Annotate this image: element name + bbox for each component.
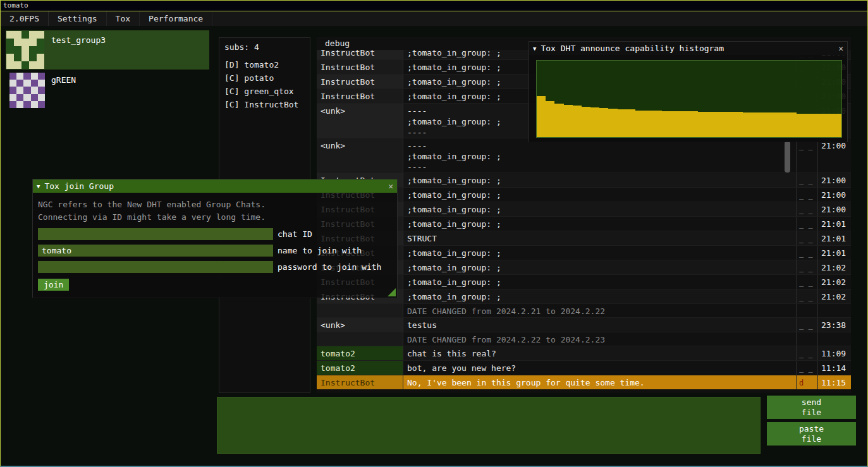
chat-timestamp: 11:15	[817, 375, 851, 389]
chat-timestamp: 21:02	[817, 289, 851, 303]
chat-timestamp: 21:01	[817, 217, 851, 231]
chat-timestamp	[817, 304, 851, 317]
chat-flags: _ _	[796, 138, 817, 173]
chat-row[interactable]: tomato2bot, are you new here?_ _11:14	[317, 360, 851, 375]
menu-tox[interactable]: Tox	[107, 11, 140, 26]
histogram-bar	[618, 109, 627, 137]
chat-sender: InstructBot	[317, 89, 403, 103]
histogram-bar	[797, 114, 805, 138]
histogram-bar	[734, 112, 743, 137]
histogram-bar	[644, 111, 653, 137]
histogram-bar	[662, 111, 671, 137]
window-title: tomato	[3, 1, 28, 9]
fps-counter: 2.0FPS	[1, 11, 49, 26]
chat-timestamp: 23:38	[817, 318, 851, 332]
histogram-bar	[805, 114, 814, 138]
dht-histogram-title: Tox DHT announce capability histogram	[541, 44, 834, 53]
chat-flags: _ _	[796, 231, 817, 245]
chat-flags: _ _	[796, 173, 817, 187]
chat-flags: _ _	[796, 188, 817, 202]
chat-timestamp: 21:00	[817, 188, 851, 202]
chat-flags: _ _	[796, 246, 817, 260]
chat-sender: <unk>	[317, 104, 403, 138]
histogram-bar	[599, 108, 608, 137]
close-icon[interactable]: ✕	[388, 181, 393, 191]
group-avatar	[6, 31, 44, 69]
chat-sender: InstructBot	[317, 60, 403, 74]
chat-sender: <unk>	[317, 318, 403, 332]
chat-timestamp: 21:01	[817, 246, 851, 260]
histogram-bar	[716, 112, 724, 137]
chat-timestamp: 21:00	[817, 138, 851, 173]
histogram-bar	[608, 109, 617, 137]
chat-message: ;tomato_in_group: ;	[403, 260, 796, 274]
paste-file-button[interactable]: paste file	[767, 422, 856, 446]
tomato-app-window: tomato 2.0FPS Settings Tox Performance t…	[0, 0, 868, 467]
chat-flags: _ _	[796, 346, 817, 360]
chat-row[interactable]: DATE CHANGED from 2024.2.22 to 2024.2.23	[317, 332, 851, 346]
chat-timestamp: 21:00	[817, 202, 851, 216]
chat-message: ;tomato_in_group: ;	[403, 289, 796, 303]
histogram-bar	[814, 114, 823, 138]
collapse-arrow-icon[interactable]: ▼	[533, 45, 536, 52]
chat-timestamp	[817, 332, 851, 346]
sidebar-item-green[interactable]: gREEN	[6, 71, 209, 109]
group-name: test_group3	[51, 35, 106, 70]
send-file-button[interactable]: send file	[767, 396, 856, 419]
histogram-bar	[590, 107, 599, 137]
chat-message: ;tomato_in_group: ;	[403, 202, 796, 216]
collapse-arrow-icon[interactable]: ▼	[37, 183, 40, 190]
histogram-bar	[537, 96, 546, 137]
chat-sender: tomato2	[317, 346, 403, 360]
chat-message: ;tomato_in_group: ;	[403, 173, 796, 187]
join-group-titlebar[interactable]: ▼ Tox join Group ✕	[33, 179, 397, 193]
join-password-label: password to join with	[278, 262, 381, 272]
menu-settings[interactable]: Settings	[49, 11, 107, 26]
histogram-bar	[653, 111, 662, 137]
chat-message: ;tomato_in_group: ;	[403, 188, 796, 202]
chat-sender	[317, 304, 403, 317]
window-titlebar: tomato	[1, 1, 867, 11]
chat-id-input[interactable]	[38, 228, 273, 240]
chat-row[interactable]: tomato2chat is this real?_ _11:09	[317, 346, 851, 360]
histogram-bar	[769, 112, 778, 137]
chat-message: No, I've been in this group for quite so…	[403, 375, 796, 389]
histogram-bar	[554, 104, 563, 137]
chat-flags: _ _	[796, 289, 817, 303]
histogram-bar	[725, 112, 734, 137]
chat-sender: InstructBot	[317, 50, 403, 59]
join-button[interactable]: join	[38, 279, 69, 291]
close-icon[interactable]: ✕	[838, 44, 843, 53]
histogram-bar	[564, 105, 573, 137]
chat-row[interactable]: <unk>---- ;tomato_in_group: ; ----_ _21:…	[317, 138, 851, 173]
join-group-body: NGC refers to the New DHT enabled Group …	[33, 193, 397, 298]
chat-row[interactable]: InstructBotNo, I've been in this group f…	[317, 375, 851, 389]
debug-tab[interactable]: debug	[325, 39, 350, 48]
peer-list-item[interactable]: [D] tomato2	[219, 58, 310, 71]
resize-grip[interactable]	[388, 288, 396, 296]
group-name: gREEN	[51, 75, 76, 109]
histogram-bar	[779, 112, 788, 137]
chat-timestamp: 11:14	[817, 361, 851, 375]
dht-histogram-titlebar[interactable]: ▼ Tox DHT announce capability histogram …	[529, 42, 847, 55]
chat-row[interactable]: <unk>testus_ _23:38	[317, 317, 851, 332]
chat-row[interactable]: DATE CHANGED from 2024.2.21 to 2024.2.22	[317, 303, 851, 317]
join-name-input[interactable]: tomato	[38, 245, 273, 257]
histogram-bar	[627, 109, 635, 137]
chat-timestamp: 21:01	[817, 231, 851, 245]
histogram-bar	[635, 111, 644, 137]
histogram-bar	[573, 106, 582, 137]
chat-sender: <unk>	[317, 138, 403, 173]
chat-message: bot, are you new here?	[403, 361, 796, 375]
peer-list-item[interactable]: [C] potato	[219, 71, 310, 85]
chat-timestamp: 21:02	[817, 260, 851, 274]
sidebar-item-test-group3[interactable]: test_group3	[6, 30, 209, 70]
message-input[interactable]	[217, 397, 761, 454]
histogram-bar	[824, 114, 833, 138]
peer-list-item[interactable]: [C] InstructBot	[219, 98, 310, 111]
menu-performance[interactable]: Performance	[140, 11, 212, 26]
chat-scrollbar[interactable]	[785, 141, 790, 173]
join-password-input[interactable]	[38, 261, 273, 273]
chat-message: chat is this real?	[403, 346, 796, 360]
peer-list-item[interactable]: [C] green_qtox	[219, 85, 310, 98]
